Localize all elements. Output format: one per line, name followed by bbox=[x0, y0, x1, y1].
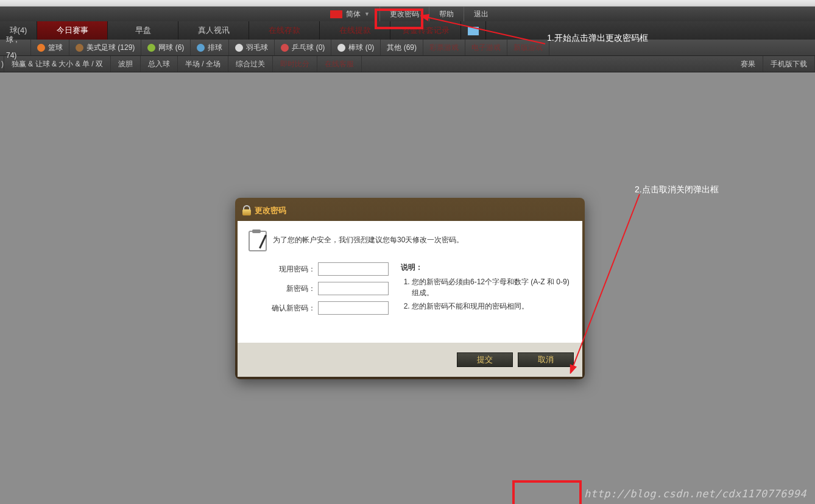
label: 羽毛球 bbox=[246, 40, 268, 55]
sport-new[interactable]: 新版游戏 bbox=[507, 40, 549, 55]
clipboard-icon bbox=[249, 229, 267, 250]
top-nav: 简体 ▼ 更改密码 帮助 退出 bbox=[0, 7, 815, 21]
tab-early[interactable]: 早盘 bbox=[108, 21, 178, 40]
label: 美式足球 (129) bbox=[86, 40, 135, 55]
intro-row: 为了您的帐户安全，我们强烈建议您每30天修改一次密码。 bbox=[249, 229, 571, 250]
flag-icon bbox=[330, 10, 342, 18]
sport-amfootball[interactable]: 美式足球 (129) bbox=[69, 40, 141, 55]
pingpong-icon bbox=[281, 44, 289, 52]
filter-mobile[interactable]: 手机版下载 bbox=[763, 56, 815, 72]
filter-bar: ) 独赢 & 让球 & 大小 & 单 / 双 波胆 总入球 半场 / 全场 综合… bbox=[0, 56, 815, 72]
intro-text: 为了您的帐户安全，我们强烈建议您每30天修改一次密码。 bbox=[273, 235, 464, 245]
chevron-down-icon: ▼ bbox=[364, 7, 370, 21]
annotation-text-1: 1.开始点击弹出更改密码框 bbox=[547, 33, 648, 44]
change-password-link[interactable]: 更改密码 bbox=[380, 7, 429, 21]
watermark: http://blog.csdn.net/cdx1170776994 bbox=[584, 488, 806, 500]
desc-item-2: 您的新密码不能和现用的密码相同。 bbox=[412, 301, 571, 312]
sport-baseball[interactable]: 棒球 (0) bbox=[331, 40, 381, 55]
tab-deposit[interactable]: 在线存款 bbox=[249, 21, 320, 40]
row-confirm-pw: 确认新密码： bbox=[249, 301, 389, 315]
label: 篮球 bbox=[48, 40, 63, 55]
dialog-title-bar: 更改密码 bbox=[238, 200, 582, 221]
filter-handicap[interactable]: 独赢 & 让球 & 大小 & 单 / 双 bbox=[4, 56, 111, 72]
filter-0[interactable]: ) bbox=[0, 56, 4, 72]
filter-parlay[interactable]: 综合过关 bbox=[228, 56, 273, 72]
sport-soccer[interactable]: 球 , 74) bbox=[0, 40, 31, 55]
filter-support[interactable]: 在线客服 bbox=[317, 56, 362, 72]
monitor-icon bbox=[467, 26, 479, 36]
sport-badminton[interactable]: 羽毛球 bbox=[229, 40, 275, 55]
tab-live[interactable]: 真人视讯 bbox=[178, 21, 249, 40]
lock-icon bbox=[242, 206, 251, 215]
baseball-icon bbox=[337, 44, 345, 52]
tab-today[interactable]: 今日赛事 bbox=[37, 21, 108, 40]
current-password-input[interactable] bbox=[318, 262, 389, 276]
dialog-body: 为了您的帐户安全，我们强烈建议您每30天修改一次密码。 现用密码： 新密码： 确… bbox=[238, 221, 582, 343]
sport-volleyball[interactable]: 排球 bbox=[191, 40, 229, 55]
filter-goals[interactable]: 总入球 bbox=[141, 56, 178, 72]
help-link[interactable]: 帮助 bbox=[429, 7, 464, 21]
language-selector[interactable]: 简体 ▼ bbox=[320, 7, 380, 21]
label: 乒乓球 (0) bbox=[292, 40, 325, 55]
change-password-dialog: 更改密码 为了您的帐户安全，我们强烈建议您每30天修改一次密码。 现用密码： 新… bbox=[235, 198, 585, 379]
basketball-icon bbox=[37, 44, 45, 52]
label-new-pw: 新密码： bbox=[286, 284, 316, 294]
filter-livescore[interactable]: 即时比分 bbox=[273, 56, 317, 72]
dialog-title: 更改密码 bbox=[255, 205, 286, 216]
form-area: 现用密码： 新密码： 确认新密码： 说明： 您的新密码必须由6 bbox=[249, 262, 571, 321]
desc-item-1: 您的新密码必须由6-12个字母和数字 (A-Z 和 0-9)组成。 bbox=[412, 276, 571, 298]
annotation-text-2: 2.点击取消关闭弹出框 bbox=[635, 184, 719, 195]
tab-transfer[interactable]: 资金转套记录 bbox=[390, 21, 461, 40]
sport-lottery[interactable]: 彩票游戏 bbox=[423, 40, 465, 55]
description: 说明： 您的新密码必须由6-12个字母和数字 (A-Z 和 0-9)组成。 您的… bbox=[401, 262, 571, 321]
dialog-footer: 提交 取消 bbox=[238, 343, 582, 377]
form-fields: 现用密码： 新密码： 确认新密码： bbox=[249, 262, 389, 321]
desc-title: 说明： bbox=[401, 262, 571, 273]
content-area: 更改密码 为了您的帐户安全，我们强烈建议您每30天修改一次密码。 现用密码： 新… bbox=[0, 72, 815, 504]
new-password-input[interactable] bbox=[318, 282, 389, 295]
logout-link[interactable]: 退出 bbox=[464, 7, 498, 21]
sport-tennis[interactable]: 网球 (6) bbox=[141, 40, 191, 55]
sport-egame[interactable]: 电子游戏 bbox=[465, 40, 507, 55]
tennis-icon bbox=[147, 44, 155, 52]
main-tabs: 球(4) 今日赛事 早盘 真人视讯 在线存款 在线提款 资金转套记录 bbox=[0, 21, 815, 40]
submit-button[interactable]: 提交 bbox=[457, 352, 513, 367]
row-current-pw: 现用密码： bbox=[249, 262, 389, 276]
cancel-button[interactable]: 取消 bbox=[518, 352, 574, 367]
sport-pingpong[interactable]: 乒乓球 (0) bbox=[275, 40, 331, 55]
sport-other[interactable]: 其他 (69) bbox=[381, 40, 423, 55]
label-confirm-pw: 确认新密码： bbox=[272, 303, 316, 313]
window-chrome-strip bbox=[0, 0, 815, 7]
language-label: 简体 bbox=[346, 7, 361, 21]
confirm-password-input[interactable] bbox=[318, 301, 389, 315]
label: 棒球 (0) bbox=[348, 40, 374, 55]
tab-monitor[interactable] bbox=[461, 21, 486, 40]
filter-halffull[interactable]: 半场 / 全场 bbox=[178, 56, 228, 72]
volleyball-icon bbox=[197, 44, 205, 52]
tab-withdraw[interactable]: 在线提款 bbox=[320, 21, 390, 40]
filter-score[interactable]: 波胆 bbox=[111, 56, 141, 72]
row-new-pw: 新密码： bbox=[249, 282, 389, 295]
badminton-icon bbox=[235, 44, 243, 52]
filter-results[interactable]: 赛果 bbox=[733, 56, 763, 72]
sport-basketball[interactable]: 篮球 bbox=[31, 40, 69, 55]
label: 排球 bbox=[208, 40, 222, 55]
sports-bar: 球 , 74) 篮球 美式足球 (129) 网球 (6) 排球 羽毛球 乒乓球 … bbox=[0, 40, 815, 56]
label: 网球 (6) bbox=[158, 40, 184, 55]
annotation-highlight-cancel bbox=[512, 480, 582, 504]
amfootball-icon bbox=[76, 44, 83, 52]
label-current-pw: 现用密码： bbox=[279, 264, 316, 275]
